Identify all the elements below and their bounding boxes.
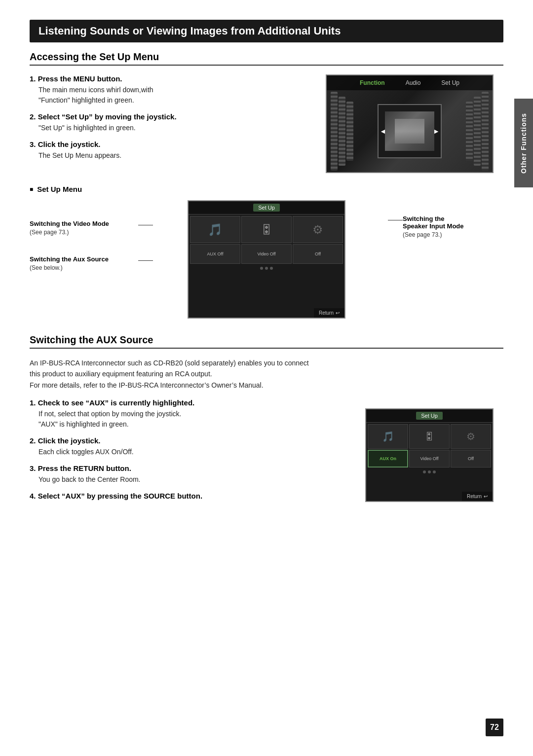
aux-off-cell: AUX Off: [190, 244, 240, 264]
aux-video-off-cell: Video Off: [409, 450, 450, 468]
dot-3: [270, 267, 273, 270]
setup-cells-row: AUX Off Video Off Off: [189, 243, 344, 265]
accessing-setup-content: 1. Press the MENU button. The main menu …: [30, 74, 503, 173]
page-number: 72: [486, 719, 503, 736]
screenshot-top: Function Audio Set Up: [326, 74, 494, 173]
menu-item-setup: Set Up: [438, 78, 462, 87]
aux-dot-3: [433, 470, 436, 473]
aux-on-cell: AUX On: [368, 450, 408, 468]
switching-aux-heading: Switching the AUX Source: [30, 334, 503, 349]
video-mode-label: Switching the Video Mode (See page 73.): [30, 220, 138, 236]
aux-dot-2: [428, 470, 431, 473]
icon-row: 🎵 🎛 ⚙: [189, 215, 344, 243]
switching-aux-section: Switching the AUX Source An IP-BUS-RCA I…: [30, 334, 503, 507]
aux-off-label-2: Off: [468, 456, 474, 461]
speaker-input-label: Switching the Speaker Input Mode (See pa…: [403, 215, 503, 238]
aux-step-3: 3. Press the RETURN button. You go back …: [30, 464, 353, 485]
aux-icon-cell-1: 🎵: [368, 424, 408, 449]
aux-dots-row: [366, 468, 493, 475]
aux-screenshot-col: Set Up 🎵 🎛 ⚙: [365, 398, 503, 507]
step-1: 1. Press the MENU button. The main menu …: [30, 74, 314, 106]
step-2: 2. Select “Set Up” by moving the joystic…: [30, 112, 314, 133]
aux-off-label: AUX Off: [207, 252, 224, 256]
setup-diagram: Switching the Video Mode (See page 73.) …: [30, 200, 503, 319]
aux-video-off-label: Video Off: [420, 456, 438, 461]
menu-bar: Function Audio Set Up: [327, 75, 493, 90]
aux-step-3-desc: You go back to the Center Room.: [38, 474, 353, 485]
aux-step-1-title: 1. Check to see “AUX” is currently highl…: [30, 398, 353, 407]
accessing-setup-steps: 1. Press the MENU button. The main menu …: [30, 74, 314, 173]
video-off-cell: Video Off: [241, 244, 292, 264]
aux-dot-1: [423, 470, 426, 473]
menu-item-function: Function: [357, 78, 388, 87]
main-heading: Listening Sounds or Viewing Images from …: [30, 20, 503, 42]
setup-menu-title: Set Up Menu: [30, 185, 503, 193]
setup-top-bar: Set Up: [189, 201, 344, 215]
aux-step-2-desc: Each click toggles AUX On/Off.: [38, 447, 353, 457]
accessing-setup-screenshot: Function Audio Set Up: [326, 74, 503, 173]
step-3-desc: The Set Up Menu appears.: [38, 150, 314, 161]
dot-1: [260, 267, 263, 270]
icon-cell-1: 🎵: [190, 216, 240, 243]
aux-icon-row: 🎵 🎛 ⚙: [366, 423, 493, 449]
setup-screenshot-center: Set Up 🎵 🎛 ⚙: [138, 200, 395, 319]
aux-step-1-desc: If not, select that option by moving the…: [38, 409, 353, 430]
aux-top-bar: Set Up: [366, 409, 493, 423]
return-label: Return: [319, 310, 334, 316]
page-container: Other Functions Listening Sounds or View…: [0, 0, 533, 756]
aux-step-4-title: 4. Select “AUX” by pressing the SOURCE b…: [30, 492, 353, 500]
off-label: Off: [315, 252, 321, 256]
side-tab: Other Functions: [514, 99, 533, 187]
aux-off-cell-2: Off: [451, 450, 491, 468]
aux-icon-cell-3: ⚙: [451, 424, 491, 449]
icon-cell-2: 🎛: [241, 216, 292, 243]
aux-cells-row: AUX On Video Off Off: [366, 449, 493, 468]
icon-cell-3: ⚙: [293, 216, 343, 243]
aux-step-1: 1. Check to see “AUX” is currently highl…: [30, 398, 353, 430]
section-accessing-setup: Accessing the Set Up Menu: [30, 51, 503, 66]
video-off-label: Video Off: [257, 252, 275, 256]
screenshot-aux: Set Up 🎵 🎛 ⚙: [365, 408, 494, 502]
aux-step-2-title: 2. Click the joystick.: [30, 436, 353, 445]
aux-steps: 1. Check to see “AUX” is currently highl…: [30, 398, 353, 507]
right-labels: Switching the Speaker Input Mode (See pa…: [395, 200, 503, 243]
setup-menu-section: Set Up Menu Switching the Video Mode (Se…: [30, 185, 503, 319]
menu-item-audio: Audio: [403, 78, 424, 87]
aux-step-4: 4. Select “AUX” by pressing the SOURCE b…: [30, 492, 353, 500]
aux-step-3-title: 3. Press the RETURN button.: [30, 464, 353, 472]
step-1-title: 1. Press the MENU button.: [30, 74, 314, 83]
step-3: 3. Click the joystick. The Set Up Menu a…: [30, 140, 314, 161]
aux-icon-cell-2: 🎛: [409, 424, 450, 449]
setup-return-bar: Return ↩: [314, 308, 344, 318]
step-1-desc: The main menu icons whirl down,with"Func…: [38, 85, 314, 106]
off-cell: Off: [293, 244, 343, 264]
aux-on-label: AUX On: [380, 456, 396, 461]
step-3-title: 3. Click the joystick.: [30, 140, 314, 148]
dot-2: [265, 267, 268, 270]
aux-return-label: Return: [467, 494, 482, 499]
left-labels: Switching the Video Mode (See page 73.) …: [30, 200, 138, 276]
setup-top-label: Set Up: [253, 204, 280, 212]
aux-two-col: 1. Check to see “AUX” is currently highl…: [30, 398, 503, 507]
step-2-title: 2. Select “Set Up” by moving the joystic…: [30, 112, 314, 121]
switching-aux-desc: An IP-BUS-RCA Interconnector such as CD-…: [30, 358, 503, 391]
step-2-desc: "Set Up" is highlighted in green.: [38, 123, 314, 133]
dots-row: [189, 265, 344, 272]
aux-top-label: Set Up: [416, 412, 443, 420]
aux-return-bar: Return ↩: [462, 492, 493, 501]
aux-step-2: 2. Click the joystick. Each click toggle…: [30, 436, 353, 457]
screenshot-setup: Set Up 🎵 🎛 ⚙: [188, 200, 345, 319]
aux-source-label: Switching the Aux Source (See below.): [30, 255, 138, 271]
